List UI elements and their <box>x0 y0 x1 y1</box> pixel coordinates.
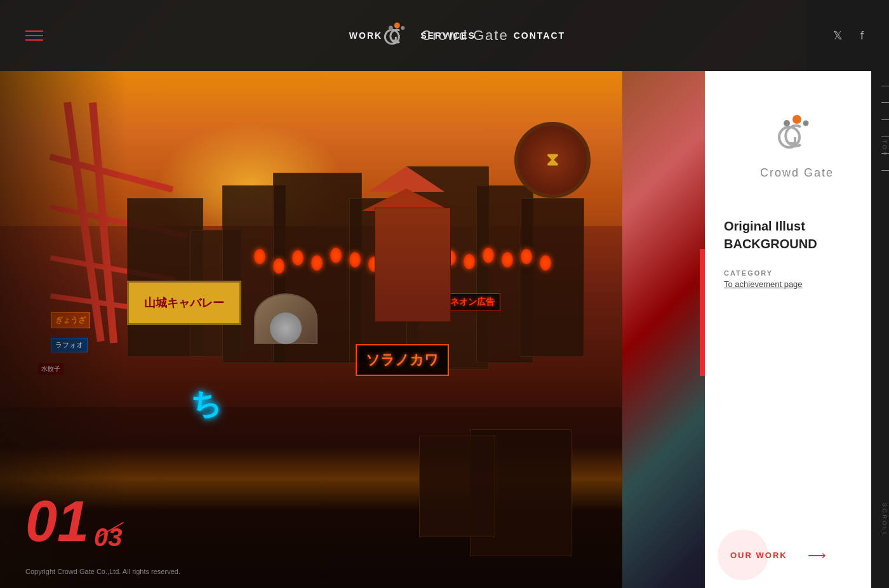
slide-number-total: 03 <box>94 525 123 550</box>
logo-icon <box>380 19 413 52</box>
edge-line <box>881 153 889 154</box>
nav-contact[interactable]: CONTACT <box>514 30 565 41</box>
twitter-icon[interactable]: 𝕏 <box>833 29 843 43</box>
svg-point-3 <box>401 26 404 30</box>
info-panel: Crowd Gate Original Illust BACKGROUND CA… <box>705 71 889 588</box>
cityscape-illustration: 山城キャバレー ソラノカワ ネオン広告 ち ぎょうざ <box>0 71 622 588</box>
edge-line <box>881 137 889 137</box>
hero-image: 山城キャバレー ソラノカワ ネオン広告 ち ぎょうざ <box>0 0 806 588</box>
edge-line <box>881 102 889 103</box>
nav-work[interactable]: WORK <box>349 30 382 41</box>
hamburger-button[interactable] <box>25 30 43 41</box>
arrow-icon: ⟶ <box>808 547 826 563</box>
hamburger-line-3 <box>25 39 43 41</box>
header: WORK SERVICES CONTACT Crowd Gate 𝕏 f <box>0 0 889 71</box>
side-bar: TOP SCROLL <box>871 0 889 588</box>
slide-number-current: 01 <box>25 493 89 550</box>
logo-text: Crowd Gate <box>421 27 508 44</box>
svg-point-5 <box>784 120 790 126</box>
svg-point-7 <box>803 121 808 126</box>
panel-logo: Crowd Gate <box>760 109 834 180</box>
panel-title-line2: BACKGROUND <box>724 237 870 251</box>
panel-title-line1: Original Illust <box>724 218 870 234</box>
hamburger-line-1 <box>25 30 43 32</box>
svg-point-6 <box>792 115 801 124</box>
svg-point-1 <box>389 26 393 30</box>
copyright-text: Copyright Crowd Gate Co.,Ltd. All rights… <box>25 568 180 575</box>
edge-line <box>881 119 889 120</box>
panel-category-link[interactable]: To achievement page <box>724 279 870 289</box>
hamburger-line-2 <box>25 35 43 36</box>
panel-category-label: CATEGORY <box>724 269 870 277</box>
svg-point-2 <box>394 23 400 29</box>
our-work-button[interactable]: OUR WORK ⟶ <box>705 547 889 563</box>
facebook-icon[interactable]: f <box>860 29 864 43</box>
edge-lines <box>878 71 889 185</box>
panel-logo-icon <box>772 109 822 160</box>
cta-label: OUR WORK <box>730 551 787 560</box>
panel-content: Original Illust BACKGROUND CATEGORY To a… <box>705 218 889 327</box>
social-links: 𝕏 f <box>833 29 864 43</box>
edge-line <box>881 170 889 171</box>
logo[interactable]: Crowd Gate <box>380 19 508 52</box>
panel-logo-text: Crowd Gate <box>760 166 834 180</box>
edge-line <box>881 86 889 86</box>
scroll-indicator: SCROLL <box>881 503 888 537</box>
